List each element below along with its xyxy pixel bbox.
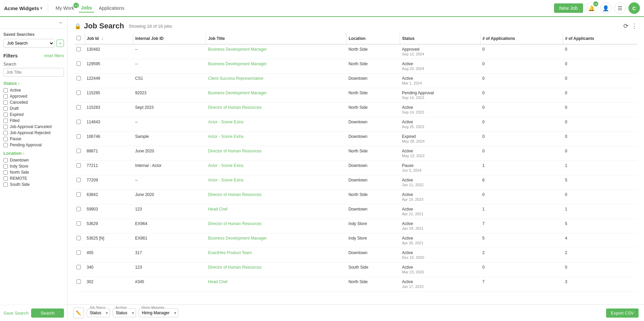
table-row[interactable]: 302 #345 Head Chef North Side ActiveJan … xyxy=(74,277,637,292)
row-job-title[interactable]: Director of Human Resources xyxy=(206,146,347,161)
select-all-header[interactable] xyxy=(74,33,85,44)
save-search-button[interactable]: Save Search xyxy=(3,311,28,316)
location-filter-header[interactable]: Location › xyxy=(3,151,64,156)
status-checkbox[interactable] xyxy=(3,137,8,141)
location-checkbox[interactable] xyxy=(3,158,8,163)
table-row[interactable]: 115285 92023 Business Development Manage… xyxy=(74,88,637,103)
row-checkbox[interactable] xyxy=(76,250,81,255)
row-checkbox-cell[interactable] xyxy=(74,103,85,117)
row-checkbox[interactable] xyxy=(76,221,81,226)
row-checkbox-cell[interactable] xyxy=(74,190,85,204)
refresh-button[interactable]: ⟳ xyxy=(623,22,628,30)
col-internal-job-id[interactable]: Internal Job ID xyxy=(133,33,206,44)
row-checkbox-cell[interactable] xyxy=(74,117,85,132)
col-status[interactable]: Status xyxy=(400,33,480,44)
status-filter-item[interactable]: Filled xyxy=(3,118,64,123)
nav-applications[interactable]: Applications xyxy=(97,4,127,12)
row-checkbox[interactable] xyxy=(76,279,81,284)
location-filter-item[interactable]: South Side xyxy=(3,182,64,187)
user-profile-button[interactable]: 👤 xyxy=(600,2,612,14)
add-search-button[interactable]: + xyxy=(57,40,64,47)
nav-my-work[interactable]: My Work +1 xyxy=(53,4,76,12)
more-options-button[interactable]: ⋮ xyxy=(631,22,637,30)
row-checkbox[interactable] xyxy=(76,163,81,168)
job-title-search-input[interactable] xyxy=(3,68,64,77)
hiring-manager-select[interactable]: Hiring Manager xyxy=(139,308,178,317)
table-row[interactable]: 53625 [N] EX861 Business Development Man… xyxy=(74,233,637,248)
status-checkbox[interactable] xyxy=(3,113,8,117)
row-checkbox-cell[interactable] xyxy=(74,248,85,263)
archive-status-select[interactable]: Status xyxy=(113,308,136,317)
table-row[interactable]: 340 123 Director of Human Resources Sout… xyxy=(74,263,637,277)
status-filter-item[interactable]: Job Approval Rejected xyxy=(3,130,64,135)
row-checkbox-cell[interactable] xyxy=(74,146,85,161)
table-row[interactable]: 122449 CS1 Client Success Representative… xyxy=(74,74,637,88)
row-checkbox-cell[interactable] xyxy=(74,219,85,233)
status-filter-item[interactable]: Cancelled xyxy=(3,100,64,105)
row-checkbox-cell[interactable] xyxy=(74,204,85,219)
table-row[interactable]: 130482 -- Business Development Manager N… xyxy=(74,44,637,59)
table-row[interactable]: 115283 Sept 2023 Director of Human Resou… xyxy=(74,103,637,117)
status-checkbox[interactable] xyxy=(3,106,8,111)
row-checkbox-cell[interactable] xyxy=(74,44,85,59)
row-checkbox[interactable] xyxy=(76,76,81,80)
row-checkbox[interactable] xyxy=(76,47,81,51)
row-job-title[interactable]: Head Chef xyxy=(206,277,347,292)
row-job-title[interactable]: Director of Human Resources xyxy=(206,263,347,277)
row-checkbox-cell[interactable] xyxy=(74,277,85,292)
brand-logo[interactable]: Acme Widgets ▾ xyxy=(4,5,42,11)
status-filter-header[interactable]: Status › xyxy=(3,81,64,86)
table-row[interactable]: 88871 June 2020 Director of Human Resour… xyxy=(74,146,637,161)
table-row[interactable]: 106746 Sample Actor - Scene Extra Downto… xyxy=(74,132,637,146)
status-filter-item[interactable]: Pending Approval xyxy=(3,143,64,147)
new-job-button[interactable]: New Job xyxy=(554,3,583,13)
row-checkbox[interactable] xyxy=(76,61,81,66)
row-checkbox-cell[interactable] xyxy=(74,161,85,175)
row-checkbox[interactable] xyxy=(76,120,81,124)
saved-search-select[interactable]: Job Search xyxy=(3,39,54,48)
row-checkbox[interactable] xyxy=(76,192,81,197)
col-job-id[interactable]: Job Id ↓ xyxy=(85,33,133,44)
export-csv-button[interactable]: Export CSV xyxy=(606,308,639,318)
row-job-title[interactable]: Business Development Manager xyxy=(206,233,347,248)
row-job-title[interactable]: Head Chef xyxy=(206,204,347,219)
status-checkbox[interactable] xyxy=(3,94,8,99)
status-filter-item[interactable]: Draft xyxy=(3,106,64,111)
status-checkbox[interactable] xyxy=(3,125,8,129)
location-checkbox[interactable] xyxy=(3,164,8,169)
reset-filters-button[interactable]: reset filters xyxy=(44,53,64,58)
status-filter-item[interactable]: Expired xyxy=(3,112,64,117)
row-checkbox[interactable] xyxy=(76,265,81,269)
select-all-checkbox[interactable] xyxy=(76,36,81,40)
row-job-title[interactable]: Business Development Manager xyxy=(206,44,347,59)
location-filter-item[interactable]: REMOTE xyxy=(3,176,64,181)
archive-status-dropdown[interactable]: Archive Status Status xyxy=(113,308,136,317)
status-checkbox[interactable] xyxy=(3,143,8,147)
table-row[interactable]: 455 317 ExactHire Product Team Downtown … xyxy=(74,248,637,263)
row-checkbox-cell[interactable] xyxy=(74,263,85,277)
row-job-title[interactable]: Actor - Scene Extra xyxy=(206,117,347,132)
row-job-title[interactable]: Business Development Manager xyxy=(206,88,347,103)
table-row[interactable]: 53629 EX964 Director of Human Resources … xyxy=(74,219,637,233)
row-checkbox-cell[interactable] xyxy=(74,233,85,248)
col-applicants[interactable]: # of Applicants xyxy=(563,33,637,44)
col-location[interactable]: Location xyxy=(347,33,400,44)
status-checkbox[interactable] xyxy=(3,88,8,93)
table-row[interactable]: 63842 June 2020 Director of Human Resour… xyxy=(74,190,637,204)
status-filter-item[interactable]: Pause xyxy=(3,137,64,141)
row-checkbox[interactable] xyxy=(76,105,81,109)
table-row[interactable]: 59903 123 Head Chef Downtown ActiveApr 2… xyxy=(74,204,637,219)
sidebar-collapse-button[interactable]: ← xyxy=(59,20,64,26)
row-job-title[interactable]: ExactHire Product Team xyxy=(206,248,347,263)
status-filter-item[interactable]: Job Approval Canceled xyxy=(3,124,64,129)
user-avatar[interactable]: C xyxy=(628,2,640,14)
row-job-title[interactable]: Business Development Manager xyxy=(206,59,347,74)
row-checkbox[interactable] xyxy=(76,149,81,153)
row-checkbox-cell[interactable] xyxy=(74,59,85,74)
nav-jobs[interactable]: Jobs xyxy=(79,4,94,13)
row-checkbox-cell[interactable] xyxy=(74,175,85,190)
row-job-title[interactable]: Director of Human Resources xyxy=(206,103,347,117)
job-status-dropdown[interactable]: Job Status Status xyxy=(87,308,110,317)
col-job-title[interactable]: Job Title xyxy=(206,33,347,44)
status-checkbox[interactable] xyxy=(3,119,8,123)
